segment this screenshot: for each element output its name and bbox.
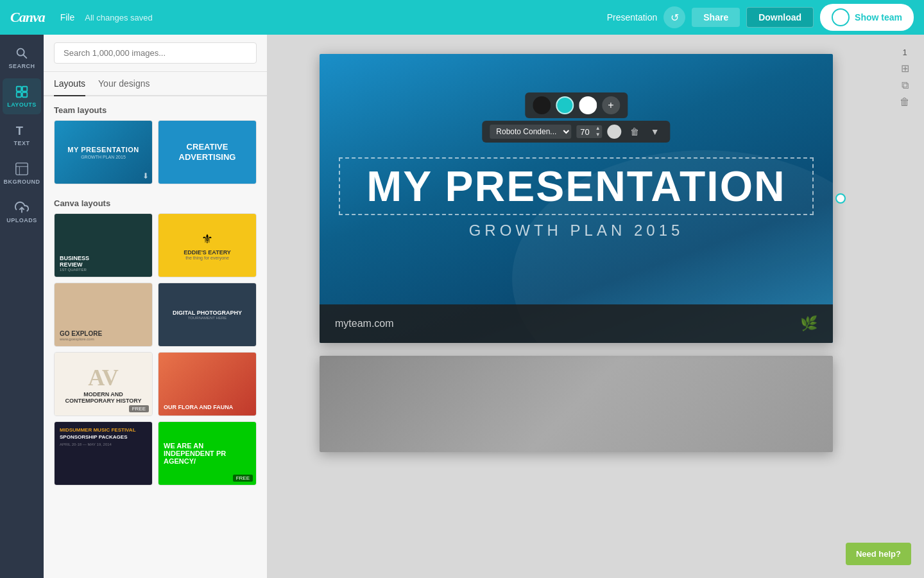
slide-1[interactable]: + Roboto Conden... 70 ▲ ▼ [320,54,833,343]
thumb-flora-fauna[interactable]: OUR FLORA AND FAUNA [158,352,257,416]
thumb-midsummer-bg: MIDSUMMER MUSIC FESTIVAL SPONSORSHIP PAC… [55,422,152,485]
thumb-eatery-title: EDDIE'S EATERY [184,249,231,256]
svg-line-1 [23,55,26,58]
font-selector[interactable]: Roboto Conden... [490,125,571,139]
thumb-creative-title: CREATIVE ADVERTISING [164,142,251,162]
canva-layouts-title: Canva layouts [44,189,267,213]
thumb-digital-photography[interactable]: DIGITAL PHOTOGRAPHY TOURNAMENT HERE [158,283,257,347]
thumb-modern-history[interactable]: AV MODERN AND CONTEMPORARY HISTORY FREE [54,352,153,416]
midsummer-date: APRIL 20-18 — MAY 19, 2014 [60,442,112,446]
slide-1-container: + Roboto Conden... 70 ▲ ▼ [320,54,833,343]
thumb-midsummer-title: SPONSORSHIP PACKAGES [60,434,128,440]
font-size-arrows: ▲ ▼ [594,125,603,138]
show-team-label: Show team [855,12,902,22]
slide-title: MY PRESENTATION [353,165,800,207]
thumb-my-pres-bg: MY PRESENTATION GROWTH PLAN 2015 [55,121,152,184]
thumb-explore-title: GO EXPLORE [60,330,102,337]
file-menu[interactable]: File [60,12,75,22]
thumb-business-sub: 1ST QUARTER [60,268,87,272]
slide-footer-url: myteam.com [335,318,394,329]
slide-subtitle: GROWTH PLAN 2015 [469,222,684,240]
thumb-my-presentation[interactable]: MY PRESENTATION GROWTH PLAN 2015 ⬇ [54,120,153,184]
color-swatch-black[interactable] [533,96,551,114]
main-canvas-area: + Roboto Conden... 70 ▲ ▼ [267,35,924,578]
canvas-viewport: + Roboto Conden... 70 ▲ ▼ [267,35,886,578]
team-layouts-title: Team layouts [44,96,267,120]
sidebar-item-search[interactable]: SEARCH [3,40,41,76]
nav-right-actions: Presentation ↺ Share Download Show team [607,4,914,31]
undo-button[interactable]: ↺ [663,6,685,28]
thumb-photo-bg: DIGITAL PHOTOGRAPHY TOURNAMENT HERE [158,283,256,346]
thumb-go-explore[interactable]: GO EXPLORE www.goexplore.com [54,283,153,347]
slide-number: 1 [902,48,907,57]
search-input[interactable] [54,42,257,64]
eatery-icon: ⚜ [201,231,213,247]
help-button[interactable]: Need help? [846,543,911,565]
thumb-business-review[interactable]: BUSINESSREVIEW 1ST QUARTER [54,213,153,277]
slide-title-box[interactable]: MY PRESENTATION [339,157,814,215]
canva-logo: Canva [10,9,45,26]
font-size-stepper: 70 ▲ ▼ [576,125,602,138]
color-swatch-teal[interactable] [556,96,574,114]
delete-slide-icon[interactable]: 🗑 [900,96,910,108]
thumb-business-title: BUSINESSREVIEW [60,255,89,268]
delete-text-button[interactable]: 🗑 [627,124,642,139]
thumb-photo-title: DIGITAL PHOTOGRAPHY [173,310,242,316]
thumb-eatery-bg: ⚜ EDDIE'S EATERY the thing for everyone [158,214,256,277]
text-label: TEXT [13,140,30,146]
font-size-down[interactable]: ▼ [594,132,603,138]
font-size-value: 70 [576,126,593,138]
thumb-midsummer[interactable]: MIDSUMMER MUSIC FESTIVAL SPONSORSHIP PAC… [54,421,153,486]
explore-sub: www.goexplore.com [60,337,94,341]
uploads-label: UPLOADS [6,217,37,223]
history-free-badge: FREE [129,405,149,412]
eatery-sub: the thing for everyone [185,256,229,260]
download-button[interactable]: Download [746,7,814,28]
search-label: SEARCH [8,63,35,69]
thumb-eddies-eatery[interactable]: ⚜ EDDIE'S EATERY the thing for everyone [158,213,257,277]
tab-your-designs[interactable]: Your designs [98,78,150,95]
svg-text:T: T [16,124,23,137]
thumb-my-pres-title: MY PRESENTATION [67,146,139,153]
sidebar-item-background[interactable]: BKGROUND [3,155,41,191]
sidebar-item-text[interactable]: T TEXT [3,117,41,153]
history-bg-text: AV [88,364,118,391]
right-panel: 1 ⊞ ⧉ 🗑 [886,35,924,578]
slide-resize-handle[interactable] [835,193,846,204]
panel-sidebar: Layouts Your designs Team layouts MY PRE… [44,35,267,578]
grid-view-icon[interactable]: ⊞ [901,62,909,74]
thumb-creative-advertising[interactable]: CREATIVE ADVERTISING [158,120,257,184]
share-button[interactable]: Share [692,8,740,27]
svg-rect-7 [16,163,28,175]
font-size-up[interactable]: ▲ [594,125,603,132]
photo-sub: TOURNAMENT HERE [188,316,227,320]
thumb-independent-title: WE ARE AN INDEPENDENT PR AGENCY/ [164,442,251,465]
text-color-selector[interactable] [608,125,622,139]
color-toolbar-wrapper: + Roboto Conden... 70 ▲ ▼ [482,92,670,143]
svg-rect-4 [17,92,21,97]
thumb-creative-bg: CREATIVE ADVERTISING [158,121,256,184]
color-add-button[interactable]: + [602,96,620,114]
midsummer-main: MIDSUMMER MUSIC FESTIVAL [60,427,136,433]
canva-layouts-grid: BUSINESSREVIEW 1ST QUARTER ⚜ EDDIE'S EAT… [44,213,267,491]
duplicate-icon[interactable]: ⧉ [902,80,909,91]
top-navigation: Canva File All changes saved Presentatio… [0,0,924,35]
thumb-download-icon: ⬇ [142,171,149,180]
tab-layouts[interactable]: Layouts [54,78,85,96]
thumb-my-pres-sub: GROWTH PLAN 2015 [81,155,126,159]
save-status: All changes saved [85,13,153,22]
team-avatar [832,8,850,26]
team-layouts-grid: MY PRESENTATION GROWTH PLAN 2015 ⬇ CREAT… [44,120,267,189]
thumb-independent-agency[interactable]: WE ARE AN INDEPENDENT PR AGENCY/ FREE [158,421,257,486]
slide-2[interactable] [320,356,833,452]
thumb-business-bg: BUSINESSREVIEW 1ST QUARTER [55,214,152,277]
sidebar-item-layouts[interactable]: LAYOUTS [3,78,41,114]
leaf-icon: 🌿 [800,315,817,332]
bkground-label: BKGROUND [4,179,40,185]
slide-footer: myteam.com 🌿 [320,304,833,343]
show-team-button[interactable]: Show team [820,4,914,31]
thumb-history-title: MODERN AND CONTEMPORARY HISTORY [60,391,147,404]
more-options-button[interactable]: ▼ [647,124,663,139]
color-swatch-white[interactable] [579,96,597,114]
sidebar-item-uploads[interactable]: UPLOADS [3,194,41,230]
